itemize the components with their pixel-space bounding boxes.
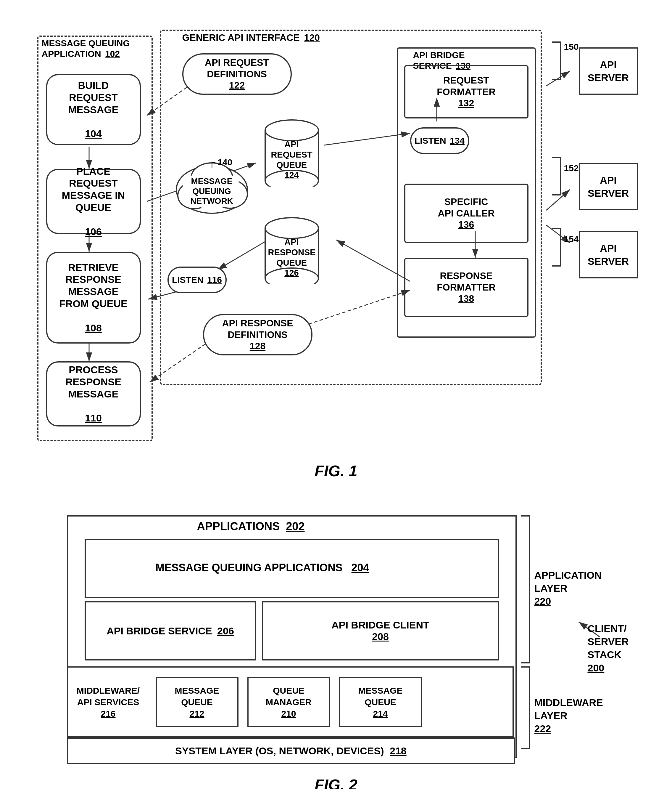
ard-box: API REQUEST DEFINITIONS 122 (182, 53, 292, 95)
server2-num: 152 (564, 163, 579, 174)
listen116-box: LISTEN 116 (167, 267, 227, 293)
cs-label: CLIENT/ SERVER STACK 200 (588, 622, 629, 674)
fig1-caption: FIG. 1 (315, 462, 357, 480)
respf-box: RESPONSE FORMATTER 138 (404, 258, 529, 317)
mqa-label: MESSAGE QUEUING APPLICATION 102 (42, 38, 130, 59)
arq-cylinder: API REQUEST QUEUE 124 (262, 113, 322, 188)
server2-bracket (552, 157, 561, 195)
mqn-cloud: MESSAGE QUEUING NETWORK (170, 160, 253, 225)
mqn-num: ┌ 140 (209, 157, 232, 168)
svg-point-26 (265, 120, 318, 141)
apoq-cylinder: API RESPONSE QUEUE 126 (262, 210, 322, 286)
rf-box: REQUEST FORMATTER 132 (404, 65, 529, 118)
listen134-box: LISTEN 134 (410, 127, 469, 154)
al-bracket (521, 515, 530, 663)
fig1-diagram: MESSAGE QUEUING APPLICATION 102 BUILD RE… (25, 18, 647, 456)
figures-container: MESSAGE QUEUING APPLICATION 102 BUILD RE… (24, 18, 648, 789)
mq2-box: MESSAGE QUEUE 214 (339, 677, 422, 727)
server1-bracket (552, 42, 561, 80)
server3-num: 154 (564, 234, 579, 244)
ml-label: MIDDLEWARE LAYER 222 (534, 696, 603, 735)
server2-box: API SERVER (579, 163, 638, 210)
server3-box: API SERVER (579, 231, 638, 278)
applications-label: APPLICATIONS 202 (197, 520, 305, 533)
qm-box: QUEUE MANAGER 210 (247, 677, 330, 727)
step3-box: RETRIEVE RESPONSE MESSAGE FROM QUEUE 108 (46, 252, 141, 343)
mqa-label: MESSAGE QUEUING APPLICATIONS 204 (156, 561, 369, 574)
server1-num: 150 (564, 42, 579, 52)
fig2-caption: FIG. 2 (315, 776, 357, 789)
step4-box: PROCESS RESPONSE MESSAGE 110 (46, 361, 141, 426)
step1-box: BUILD REQUEST MESSAGE 104 (46, 74, 141, 145)
abs-box: API BRIDGE SERVICE 206 (84, 601, 256, 660)
step2-box: PLACE REQUEST MESSAGE IN QUEUE 106 (46, 169, 141, 234)
server1-box: API SERVER (579, 47, 638, 95)
gapi-label: GENERIC API INTERFACE 120 (182, 32, 320, 43)
sac-box: SPECIFIC API CALLER 136 (404, 184, 529, 243)
ml-bracket (521, 666, 530, 749)
mw-box: MIDDLEWARE/ API SERVICES 216 (71, 675, 145, 728)
mq1-box: MESSAGE QUEUE 212 (156, 677, 239, 727)
server3-bracket (552, 228, 561, 267)
apod-box: API RESPONSE DEFINITIONS 128 (203, 314, 312, 355)
abc-box: API BRIDGE CLIENT 208 (262, 601, 499, 660)
svg-point-29 (265, 218, 318, 238)
sys-box: SYSTEM LAYER (OS, NETWORK, DEVICES) 218 (67, 738, 515, 764)
fig2-diagram: APPLICATIONS 202 MESSAGE QUEUING APPLICA… (55, 503, 617, 770)
